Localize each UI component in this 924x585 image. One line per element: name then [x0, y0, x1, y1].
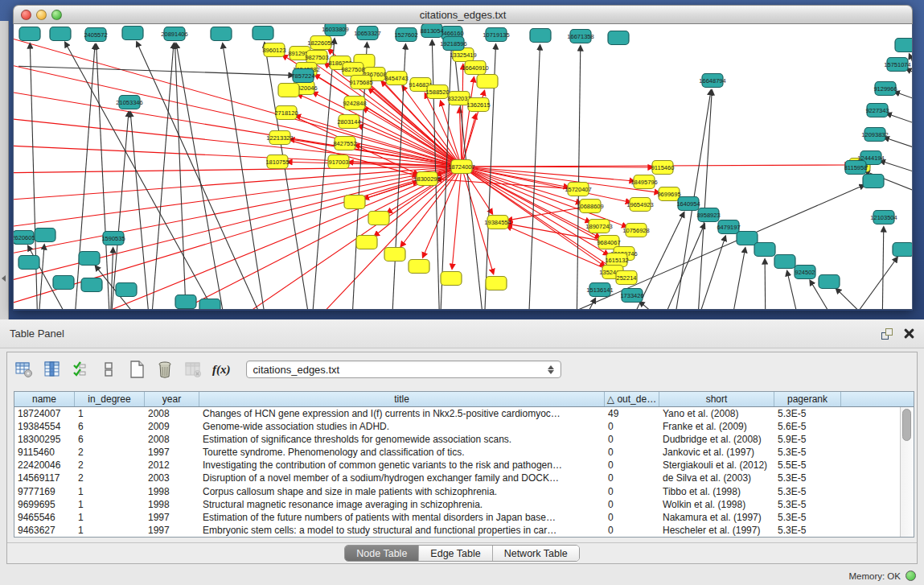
paper-node-yellow[interactable]: 12213323 [266, 131, 293, 145]
paper-node-teal[interactable]: 10653327 [354, 27, 380, 40]
paper-node-yellow[interactable]: 16640910 [462, 61, 488, 75]
column-header-year[interactable]: year [145, 392, 199, 406]
paper-node-teal[interactable] [530, 29, 551, 43]
table-row[interactable]: 2242004622012Investigating the contribut… [14, 459, 900, 472]
paper-node-teal[interactable] [737, 232, 758, 245]
paper-node-yellow[interactable]: 2803144 [337, 115, 360, 129]
column-header-short[interactable]: short [659, 392, 774, 406]
function-builder-icon[interactable]: f(x) [212, 363, 231, 377]
paper-node-teal[interactable] [608, 31, 629, 45]
paper-node-yellow[interactable]: 18300295 [413, 172, 440, 186]
paper-node-yellow[interactable]: 10756928 [622, 224, 649, 237]
paper-node-yellow[interactable]: 9699695 [657, 187, 680, 201]
paper-node-teal[interactable]: 15751074 [884, 58, 910, 72]
zoom-window-button[interactable] [51, 10, 62, 20]
paper-node-yellow[interactable]: 1362615 [466, 98, 490, 112]
paper-node-teal[interactable]: 8958923 [696, 208, 720, 222]
paper-node-teal[interactable] [774, 255, 795, 269]
table-row[interactable]: 1872400712008Changes of HCN gene express… [14, 407, 900, 420]
paper-node-teal[interactable]: 1527602 [394, 28, 417, 42]
paper-node-teal[interactable] [819, 275, 840, 289]
network-window-titlebar[interactable]: citations_edges.txt [13, 5, 913, 24]
paper-node-teal[interactable] [116, 283, 137, 297]
paper-node-teal[interactable]: 10719135 [483, 28, 509, 42]
paper-node-yellow[interactable]: 8454743 [384, 72, 408, 85]
paper-node-teal[interactable] [754, 243, 775, 257]
tab-edge-table[interactable]: Edge Table [419, 546, 492, 561]
paper-node-yellow[interactable]: 9242848 [343, 97, 366, 110]
paper-node-teal[interactable]: 16033809 [322, 24, 348, 36]
paper-node-teal[interactable] [35, 229, 55, 242]
paper-node-teal[interactable] [53, 276, 74, 290]
panel-collapse-handle[interactable] [2, 275, 6, 282]
table-row[interactable]: 946554611997Estimation of the future num… [14, 511, 900, 524]
paper-node-yellow[interactable]: 19384554 [484, 216, 511, 229]
paper-node-teal[interactable] [253, 27, 273, 40]
paper-node-yellow[interactable]: 15720407 [565, 183, 591, 196]
paper-node-teal[interactable]: 1640954 [676, 197, 700, 211]
paper-node-teal[interactable]: 16648794 [699, 74, 725, 88]
paper-node-teal[interactable]: 6479197 [717, 220, 740, 234]
column-header-pagerank[interactable]: pagerank [774, 392, 841, 406]
paper-node-teal[interactable] [863, 175, 884, 188]
paper-node-teal[interactable]: 20891406 [161, 27, 187, 41]
paper-node-teal[interactable] [211, 27, 232, 41]
table-row[interactable]: 969969511998Structural magnetic resonanc… [14, 498, 900, 511]
table-selector-dropdown[interactable]: citations_edges.txt [246, 360, 561, 378]
delete-rows-icon[interactable] [156, 360, 174, 378]
new-table-icon[interactable] [128, 360, 146, 378]
paper-node-yellow[interactable] [477, 75, 498, 89]
paper-node-yellow[interactable]: 18495796 [630, 175, 657, 189]
table-row[interactable]: 946362711997Embryonic stem cells: a mode… [14, 524, 900, 537]
close-window-button[interactable] [21, 10, 31, 20]
paper-node-yellow[interactable] [278, 84, 299, 97]
show-columns-icon[interactable] [43, 360, 61, 378]
close-panel-icon[interactable] [904, 328, 914, 339]
paper-node-yellow[interactable]: 917003 [328, 155, 349, 169]
paper-node-yellow[interactable] [344, 196, 365, 209]
tab-network-table[interactable]: Network Table [493, 546, 579, 561]
table-row[interactable]: 1456911722003Disruption of a novel membe… [14, 472, 900, 484]
network-canvas[interactable]: 1872400789601238912955182260589827503818… [13, 24, 913, 310]
paper-node-teal[interactable] [893, 243, 912, 257]
column-header-title[interactable]: title [199, 392, 605, 406]
paper-node-yellow[interactable]: 2718120 [274, 106, 298, 120]
column-header-indegree[interactable]: in_degree [75, 392, 145, 406]
scrollbar-thumb[interactable] [902, 409, 911, 441]
paper-node-teal[interactable]: 9129966 [873, 82, 897, 96]
paper-node-teal[interactable] [79, 252, 100, 266]
paper-node-teal[interactable]: 21053346 [116, 96, 142, 109]
paper-node-yellow[interactable] [486, 277, 507, 290]
paper-node-yellow[interactable] [356, 236, 377, 249]
paper-node-teal[interactable] [81, 278, 102, 292]
paper-node-teal[interactable]: 7857224 [291, 69, 314, 83]
paper-node-teal[interactable]: 2405572 [84, 28, 107, 42]
paper-node-teal[interactable]: 19218596 [440, 37, 466, 51]
paper-node-teal[interactable]: 1733426 [620, 289, 643, 303]
paper-node-yellow[interactable] [441, 272, 462, 286]
paper-node-yellow[interactable]: 252214 [616, 271, 637, 285]
paper-node-teal[interactable] [18, 256, 39, 270]
paper-node-teal[interactable]: 12103504 [870, 211, 897, 225]
paper-node-yellow[interactable] [368, 212, 389, 225]
paper-node-teal[interactable]: 8813054 [420, 24, 443, 38]
minimize-window-button[interactable] [36, 10, 47, 20]
paper-node-yellow[interactable]: 9827508 [341, 63, 364, 76]
paper-node-yellow[interactable]: 9115460 [651, 161, 675, 175]
paper-node-teal[interactable] [19, 27, 40, 41]
float-panel-icon[interactable] [881, 328, 893, 340]
paper-node-teal[interactable]: 15136141 [586, 283, 613, 297]
paper-node-yellow[interactable]: 1810755 [265, 155, 289, 169]
paper-node-teal[interactable]: 16671358 [567, 30, 593, 43]
row-height-icon[interactable] [100, 360, 117, 378]
table-options-icon[interactable] [15, 360, 33, 378]
paper-node-teal[interactable] [175, 295, 196, 309]
paper-node-teal[interactable] [122, 27, 143, 40]
paper-node-teal[interactable]: 2620605 [14, 231, 35, 245]
paper-node-yellow[interactable]: 9175685 [349, 76, 372, 89]
column-header-outde[interactable]: △ out_de… [605, 392, 659, 406]
paper-node-yellow[interactable] [409, 260, 429, 274]
paper-node-yellow[interactable]: 1588520 [425, 85, 449, 99]
vertical-scrollbar[interactable] [900, 407, 914, 537]
table-row[interactable]: 1830029562008Estimation of significance … [14, 433, 900, 446]
